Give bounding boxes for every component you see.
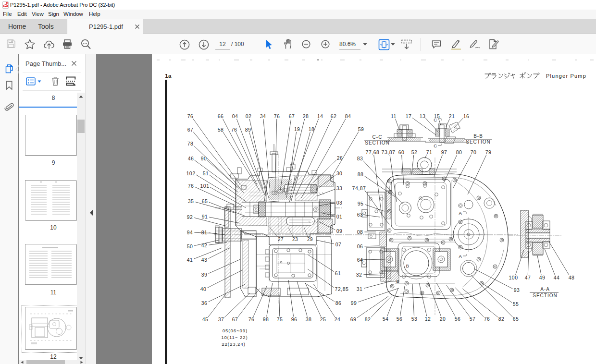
svg-text:26: 26 [337,155,343,161]
svg-text:90: 90 [201,156,207,161]
svg-text:30: 30 [336,170,343,176]
svg-text:11: 11 [391,113,397,119]
svg-text:50: 50 [187,243,193,249]
svg-text:79: 79 [485,149,492,155]
svg-text:65: 65 [202,198,208,204]
svg-text:12: 12 [425,316,431,322]
svg-text:70: 70 [471,149,477,155]
svg-text:14: 14 [317,113,323,119]
svg-text:63: 63 [357,212,363,218]
svg-text:15: 15 [434,113,440,119]
svg-text:64: 64 [357,257,363,263]
svg-text:56: 56 [397,316,403,322]
svg-text:A: A [459,210,462,216]
svg-text:A-A: A-A [540,287,550,292]
svg-text:82: 82 [498,316,505,322]
svg-text:76: 76 [231,127,237,133]
svg-text:80: 80 [456,149,462,155]
svg-text:93: 93 [514,287,520,293]
svg-text:18: 18 [309,126,315,132]
svg-text:78: 78 [187,141,194,146]
svg-text:17: 17 [406,113,412,119]
svg-text:25: 25 [320,316,326,322]
svg-text:44: 44 [554,275,560,280]
svg-text:41: 41 [187,257,193,263]
svg-text:65: 65 [513,316,519,322]
svg-text:34: 34 [260,113,266,119]
svg-text:100: 100 [509,275,518,280]
svg-text:02: 02 [246,113,252,119]
svg-text:76: 76 [187,113,194,119]
svg-text:59: 59 [358,126,364,132]
svg-text:74,87: 74,87 [352,185,366,191]
svg-text:19: 19 [294,126,300,132]
svg-text:69: 69 [350,316,357,322]
svg-text:37: 37 [218,316,224,322]
svg-text:45: 45 [202,316,209,322]
svg-text:92: 92 [187,214,193,220]
svg-text:SECTION: SECTION [466,139,490,145]
svg-text:08: 08 [357,229,363,235]
svg-text:67: 67 [187,127,194,133]
svg-text:71: 71 [426,149,433,155]
svg-text:61: 61 [335,270,341,276]
svg-text:72,85: 72,85 [335,286,349,292]
svg-text:B: B [406,263,410,268]
svg-text:83: 83 [357,156,363,161]
svg-text:23: 23 [292,237,298,242]
svg-text:53: 53 [411,316,418,322]
svg-text:48: 48 [569,275,575,280]
svg-text:29: 29 [307,237,313,242]
svg-text:03: 03 [336,200,343,206]
svg-text:67: 67 [232,316,238,322]
svg-text:A: A [459,254,462,259]
svg-text:102: 102 [186,170,195,176]
svg-text:46: 46 [188,156,194,161]
svg-text:06: 06 [357,243,363,249]
svg-text:31: 31 [357,286,363,292]
svg-text:76: 76 [248,316,255,322]
svg-text:SECTION: SECTION [365,140,389,146]
svg-text:32: 32 [356,272,362,278]
svg-text:10(11~ 22): 10(11~ 22) [221,335,248,340]
svg-text:95: 95 [358,201,364,206]
svg-text:SECTION: SECTION [533,293,557,298]
svg-text:24: 24 [335,316,341,322]
svg-text:16: 16 [463,113,470,119]
svg-text:36: 36 [201,300,208,306]
svg-text:86: 86 [335,300,342,306]
svg-text:01: 01 [336,214,343,219]
svg-text:75: 75 [277,316,283,322]
svg-text:84: 84 [345,113,351,119]
svg-text:97: 97 [441,149,447,155]
svg-text:13: 13 [420,113,426,119]
svg-text:B-B: B-B [473,133,483,139]
svg-text:28: 28 [303,113,309,119]
svg-text:60: 60 [398,149,405,155]
svg-text:27: 27 [278,237,284,242]
svg-text:B: B [397,279,400,284]
svg-text:22(23,24): 22(23,24) [222,341,246,347]
svg-text:39: 39 [201,272,208,278]
svg-text:40: 40 [200,286,207,292]
svg-text:20: 20 [440,316,446,322]
svg-text:54: 54 [383,316,389,322]
svg-text:05(06~09): 05(06~09) [223,328,248,333]
svg-text:76: 76 [484,316,490,322]
svg-text:99: 99 [351,300,357,306]
svg-text:38: 38 [306,316,312,322]
svg-text:47: 47 [525,275,531,280]
svg-text:73,87: 73,87 [382,149,396,155]
svg-text:76: 76 [188,183,194,189]
svg-text:57: 57 [470,316,476,322]
svg-text:89: 89 [245,127,251,133]
svg-text:42: 42 [201,243,208,248]
svg-text:C: C [434,143,437,148]
svg-text:67: 67 [289,113,295,119]
svg-text:76: 76 [274,113,280,119]
svg-text:94: 94 [187,230,193,235]
svg-text:82: 82 [365,316,371,322]
svg-text:33: 33 [336,185,343,191]
svg-text:91: 91 [202,214,208,219]
svg-text:51: 51 [203,170,209,176]
